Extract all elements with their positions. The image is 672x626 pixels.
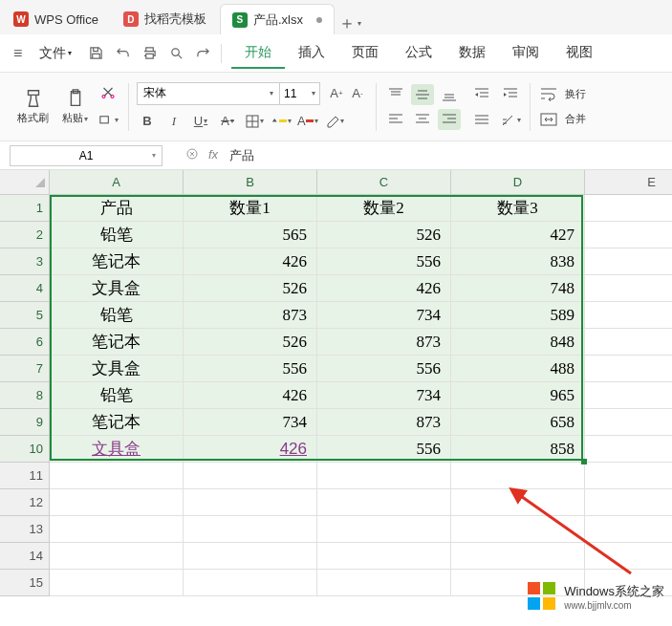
cell[interactable]: 488 bbox=[451, 356, 585, 382]
decrease-indent-icon[interactable] bbox=[470, 83, 493, 104]
cell[interactable] bbox=[317, 489, 451, 516]
ribbon-tab-page[interactable]: 页面 bbox=[338, 38, 392, 69]
cut-icon[interactable] bbox=[98, 83, 119, 104]
cell[interactable] bbox=[585, 436, 672, 463]
ribbon-tab-data[interactable]: 数据 bbox=[445, 38, 499, 69]
underline-button[interactable]: U▾ bbox=[190, 111, 211, 132]
cell[interactable]: 556 bbox=[317, 436, 451, 463]
fx-icon[interactable]: fx bbox=[208, 147, 218, 163]
cell[interactable] bbox=[585, 516, 672, 543]
column-header[interactable]: D bbox=[451, 170, 585, 195]
cell[interactable]: 965 bbox=[451, 382, 585, 409]
border-button[interactable]: ▾ bbox=[244, 111, 265, 132]
cell[interactable]: 铅笔 bbox=[50, 302, 184, 329]
cell[interactable] bbox=[585, 302, 672, 329]
row-header[interactable]: 14 bbox=[0, 543, 50, 570]
tab-templates[interactable]: D 找稻壳模板 bbox=[112, 4, 218, 34]
cell[interactable] bbox=[585, 463, 672, 489]
redo-icon[interactable] bbox=[194, 45, 211, 62]
cell[interactable]: 526 bbox=[184, 329, 317, 356]
cell[interactable]: 556 bbox=[184, 356, 317, 382]
cell[interactable]: 文具盒 bbox=[50, 356, 184, 382]
row-header[interactable]: 1 bbox=[0, 195, 50, 222]
increase-font-icon[interactable]: A+ bbox=[326, 83, 347, 104]
cell[interactable]: 526 bbox=[317, 222, 451, 248]
column-header[interactable]: B bbox=[184, 170, 317, 195]
row-header[interactable]: 7 bbox=[0, 356, 50, 382]
cell[interactable] bbox=[184, 489, 317, 516]
cell[interactable]: 848 bbox=[451, 329, 585, 356]
cells-area[interactable]: 产品数量1数量2数量3铅笔565526427笔记本426556838文具盒526… bbox=[50, 195, 672, 596]
cell[interactable] bbox=[585, 329, 672, 356]
cell[interactable] bbox=[585, 409, 672, 436]
cell[interactable]: 526 bbox=[184, 275, 317, 302]
save-icon[interactable] bbox=[87, 45, 104, 62]
column-header[interactable]: E bbox=[585, 170, 672, 195]
font-size-select[interactable]: 11▾ bbox=[280, 82, 320, 105]
decrease-font-icon[interactable]: A- bbox=[347, 83, 368, 104]
name-box[interactable]: A1 ▾ bbox=[10, 145, 163, 166]
cell[interactable] bbox=[184, 463, 317, 489]
cell[interactable] bbox=[451, 543, 585, 570]
strikethrough-button[interactable]: A▾ bbox=[217, 111, 238, 132]
cell[interactable]: 426 bbox=[184, 436, 317, 463]
ribbon-tab-formula[interactable]: 公式 bbox=[392, 38, 445, 69]
cell[interactable]: 铅笔 bbox=[50, 382, 184, 409]
cell[interactable]: 734 bbox=[184, 409, 317, 436]
merge-button[interactable]: 合并 bbox=[538, 109, 586, 130]
preview-icon[interactable] bbox=[167, 45, 184, 62]
shape-icon[interactable]: ▾ bbox=[98, 110, 119, 131]
cancel-icon[interactable] bbox=[185, 147, 199, 163]
row-header[interactable]: 12 bbox=[0, 489, 50, 516]
column-header[interactable]: A bbox=[50, 170, 184, 195]
align-bottom-icon[interactable] bbox=[438, 84, 461, 105]
align-right-icon[interactable] bbox=[438, 109, 461, 130]
cell[interactable]: 873 bbox=[317, 329, 451, 356]
cell[interactable]: 产品 bbox=[50, 195, 184, 222]
row-header[interactable]: 9 bbox=[0, 409, 50, 436]
cell[interactable] bbox=[585, 382, 672, 409]
cell[interactable]: 数量3 bbox=[451, 195, 585, 222]
cell[interactable] bbox=[451, 489, 585, 516]
cell[interactable] bbox=[50, 516, 184, 543]
cell[interactable]: 文具盒 bbox=[50, 275, 184, 302]
bold-button[interactable]: B bbox=[137, 111, 158, 132]
ribbon-tab-home[interactable]: 开始 bbox=[231, 38, 285, 69]
print-icon[interactable] bbox=[141, 45, 158, 62]
cell[interactable]: 556 bbox=[317, 248, 451, 275]
cell[interactable]: 873 bbox=[184, 302, 317, 329]
cell[interactable] bbox=[50, 543, 184, 570]
cell[interactable]: 文具盒 bbox=[50, 436, 184, 463]
italic-button[interactable]: I bbox=[163, 111, 184, 132]
cell[interactable] bbox=[184, 570, 317, 596]
cell[interactable]: 笔记本 bbox=[50, 409, 184, 436]
align-middle-icon[interactable] bbox=[411, 84, 434, 105]
cell[interactable]: 笔记本 bbox=[50, 248, 184, 275]
cell[interactable] bbox=[585, 275, 672, 302]
cell[interactable] bbox=[50, 570, 184, 596]
cell[interactable] bbox=[585, 195, 672, 222]
row-header[interactable]: 2 bbox=[0, 222, 50, 248]
cell[interactable]: 734 bbox=[317, 302, 451, 329]
format-painter-button[interactable]: 格式刷 bbox=[13, 86, 53, 127]
align-left-icon[interactable] bbox=[384, 109, 407, 130]
row-header[interactable]: 11 bbox=[0, 463, 50, 489]
row-header[interactable]: 6 bbox=[0, 329, 50, 356]
tab-wps-home[interactable]: W WPS Office bbox=[2, 4, 110, 34]
orientation-icon[interactable]: ▾ bbox=[499, 110, 522, 131]
selection-handle[interactable] bbox=[581, 459, 587, 464]
justify-icon[interactable] bbox=[470, 110, 493, 131]
increase-indent-icon[interactable] bbox=[499, 83, 522, 104]
ribbon-tab-insert[interactable]: 插入 bbox=[285, 38, 338, 69]
cell[interactable]: 铅笔 bbox=[50, 222, 184, 248]
row-header[interactable]: 8 bbox=[0, 382, 50, 409]
row-header[interactable]: 10 bbox=[0, 436, 50, 463]
hamburger-icon[interactable]: ≡ bbox=[8, 41, 28, 66]
font-color-button[interactable]: A▾ bbox=[297, 111, 318, 132]
cell[interactable]: 565 bbox=[184, 222, 317, 248]
cell[interactable] bbox=[50, 489, 184, 516]
row-header[interactable]: 15 bbox=[0, 570, 50, 596]
fill-color-button[interactable]: ▾ bbox=[271, 111, 292, 132]
cell[interactable]: 426 bbox=[184, 248, 317, 275]
cell[interactable] bbox=[585, 356, 672, 382]
